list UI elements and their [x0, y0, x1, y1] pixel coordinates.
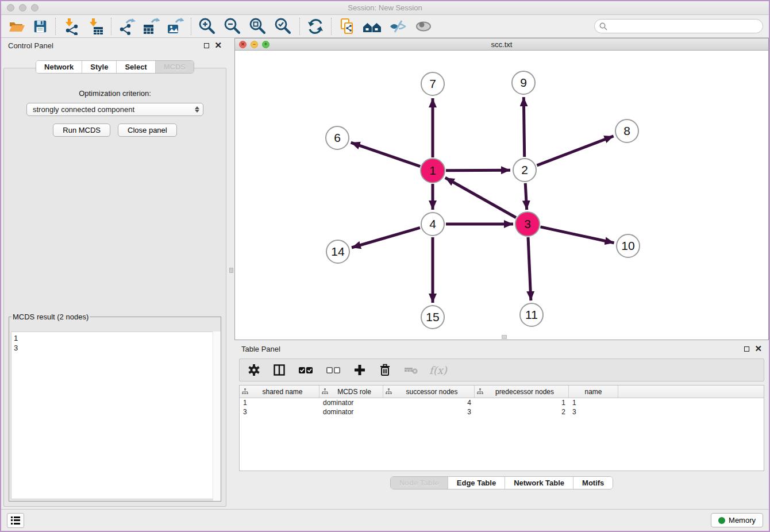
tab-network-table[interactable]: Network Table [505, 477, 573, 489]
network-node-3[interactable]: 3 [515, 211, 540, 237]
delete-column-button[interactable] [376, 364, 394, 376]
tab-node-table[interactable]: Node Table [391, 477, 448, 489]
table-settings-button[interactable] [245, 364, 263, 376]
export-network-icon [118, 18, 136, 35]
column-header-shared-name[interactable]: shared name [240, 385, 319, 398]
column-header-predecessor-nodes[interactable]: predecessor nodes [475, 385, 569, 398]
export-network-button[interactable] [115, 17, 139, 36]
show-columns-icon [273, 364, 286, 376]
network-minimize-icon[interactable]: − [251, 41, 258, 48]
network-edge-1-2[interactable] [446, 170, 510, 171]
network-node-6[interactable]: 6 [325, 126, 349, 150]
show-all-button[interactable] [411, 17, 436, 36]
criterion-select[interactable]: strongly connected component [26, 103, 203, 116]
criterion-selected-value: strongly connected component [33, 105, 195, 114]
tab-network[interactable]: Network [36, 61, 82, 73]
vertical-splitter[interactable] [229, 38, 234, 509]
hide-selected-button[interactable] [386, 17, 411, 36]
network-edges [235, 51, 768, 340]
table-row[interactable]: 1dominator411 [240, 398, 764, 407]
first-neighbors-button[interactable] [359, 17, 386, 36]
save-session-button[interactable] [29, 17, 52, 36]
network-node-14[interactable]: 14 [326, 240, 350, 264]
function-builder-label[interactable]: f(x) [429, 364, 447, 376]
zoom-out-button[interactable] [220, 16, 245, 37]
network-node-2[interactable]: 2 [513, 158, 537, 182]
tab-mcds[interactable]: MCDS [156, 61, 194, 73]
export-image-button[interactable] [163, 17, 187, 36]
show-columns-button[interactable] [271, 364, 288, 376]
zoom-fit-button[interactable] [245, 16, 271, 37]
zoom-out-icon [224, 17, 242, 36]
column-header-name[interactable]: name [569, 385, 618, 398]
maximize-window-icon[interactable] [31, 4, 38, 11]
search-input[interactable] [610, 22, 763, 30]
tab-edge-table[interactable]: Edge Table [448, 477, 505, 489]
network-canvas[interactable]: 7968124314101511 [235, 51, 768, 340]
network-edge-2-9[interactable] [523, 97, 524, 157]
splitter-handle[interactable] [229, 268, 233, 273]
tree-icon [242, 388, 248, 395]
table-cell: 3 [383, 407, 475, 417]
memory-button[interactable]: Memory [711, 513, 763, 527]
network-edge-2-3[interactable] [525, 183, 526, 210]
close-table-panel-icon[interactable]: ✕ [754, 346, 762, 352]
network-edge-3-10[interactable] [540, 227, 614, 243]
search-field[interactable] [594, 19, 763, 33]
network-node-10[interactable]: 10 [616, 234, 640, 258]
network-edge-3-1[interactable] [445, 178, 516, 217]
float-panel-icon[interactable] [204, 43, 209, 48]
zoom-fit-icon [249, 17, 267, 36]
apply-layout-button[interactable] [303, 17, 328, 36]
network-node-1[interactable]: 1 [420, 158, 445, 183]
tab-style[interactable]: Style [82, 61, 117, 73]
network-edge-3-11[interactable] [528, 237, 531, 300]
zoom-in-button[interactable] [195, 16, 220, 37]
hide-selected-eye-slash-icon [389, 18, 407, 35]
mcds-result-scrollbar[interactable] [213, 331, 221, 501]
network-edge-2-8[interactable] [537, 136, 613, 165]
horizontal-splitter-handle[interactable] [502, 335, 507, 339]
select-all-button[interactable] [296, 364, 315, 376]
memory-status-icon [718, 517, 725, 524]
column-header-mcds-role[interactable]: MCDS role [319, 385, 383, 398]
table-row[interactable]: 3dominator323 [240, 407, 764, 417]
network-node-15[interactable]: 15 [421, 305, 445, 329]
network-node-11[interactable]: 11 [519, 303, 544, 327]
float-table-panel-icon[interactable] [744, 346, 749, 352]
close-panel-button[interactable]: Close panel [118, 124, 177, 137]
deselect-all-button[interactable] [324, 364, 343, 376]
minimize-window-icon[interactable] [19, 4, 26, 11]
export-image-icon [167, 18, 184, 35]
network-edge-1-6[interactable] [351, 142, 421, 166]
task-history-button[interactable] [7, 513, 24, 528]
add-column-button[interactable] [351, 364, 368, 376]
add-column-plus-icon [353, 364, 366, 376]
network-node-9[interactable]: 9 [511, 71, 536, 95]
open-file-button[interactable] [5, 17, 29, 36]
delete-table-button[interactable] [402, 364, 421, 376]
network-node-8[interactable]: 8 [615, 119, 639, 143]
status-bar: Memory [1, 509, 769, 531]
network-close-icon[interactable]: ✕ [239, 41, 247, 48]
export-table-button[interactable] [139, 17, 163, 36]
tab-motifs[interactable]: Motifs [573, 477, 613, 489]
new-network-from-selection-button[interactable] [335, 17, 359, 36]
tab-select[interactable]: Select [117, 61, 155, 73]
column-header-successor-nodes[interactable]: successor nodes [383, 385, 475, 398]
import-network-button[interactable] [59, 17, 83, 36]
settings-gear-icon [248, 364, 260, 376]
network-node-4[interactable]: 4 [421, 212, 445, 236]
run-mcds-button[interactable]: Run MCDS [53, 124, 110, 137]
network-view-titlebar[interactable]: ✕ − + scc.txt [235, 38, 768, 51]
import-table-button[interactable] [83, 17, 107, 36]
control-panel-body: Network Style Select MCDS Optimization c… [3, 68, 226, 507]
network-edge-4-14[interactable] [352, 228, 420, 248]
network-node-7[interactable]: 7 [421, 72, 445, 96]
close-window-icon[interactable] [7, 4, 14, 11]
close-panel-icon[interactable]: ✕ [214, 43, 222, 48]
table-cell: 4 [383, 398, 475, 407]
mcds-result-text[interactable]: 1 3 [11, 331, 219, 499]
zoom-selected-button[interactable] [271, 16, 296, 37]
network-maximize-icon[interactable]: + [262, 41, 270, 48]
